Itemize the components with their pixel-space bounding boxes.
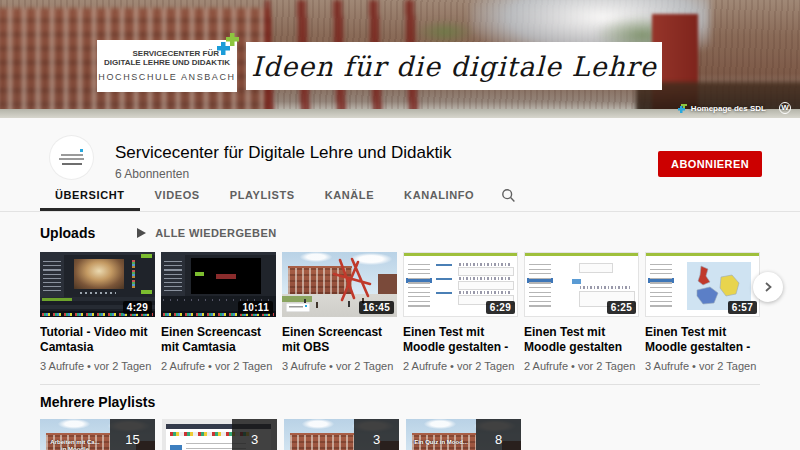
tab-kanalinfo[interactable]: KANALINFO — [389, 181, 489, 211]
subscribe-button[interactable]: ABONNIEREN — [658, 151, 762, 177]
duration-badge: 10:11 — [238, 301, 273, 314]
tab-videos[interactable]: VIDEOS — [140, 181, 215, 211]
playlist-item[interactable]: Arbeiten mit Ca... in Moodle 15 — [40, 419, 155, 450]
uploads-heading: Uploads — [40, 225, 95, 241]
playlist-thumb-text: Ein Quiz in Mood... — [408, 439, 474, 446]
video-thumbnail-camtasia-recorder[interactable]: 10:11 — [161, 252, 276, 317]
channel-search-button[interactable] — [489, 181, 528, 211]
wordpress-icon[interactable] — [779, 102, 791, 114]
video-thumbnail-moodle-form[interactable]: 6:29 — [403, 252, 518, 317]
logo-line1: SERVICECENTER FÜR — [97, 49, 237, 58]
video-meta: 2 Aufrufe • vor 2 Tagen — [161, 360, 276, 372]
video-thumbnail-moodle-map[interactable]: 6:57 — [645, 252, 760, 317]
plus-logo-icon — [217, 33, 239, 55]
duration-badge: 4:29 — [123, 301, 152, 314]
play-all-label: ALLE WIEDERGEBEN — [155, 227, 276, 239]
video-card: 6:29 Einen Test mit Moodle gestalten - B… — [403, 252, 518, 372]
channel-tabs: ÜBERSICHT VIDEOS PLAYLISTS KANÄLE KANALI… — [40, 181, 528, 211]
banner-slogan-box: Ideen für die digitale Lehre — [246, 42, 662, 90]
channel-title: Servicecenter für Digitale Lehre und Did… — [115, 143, 451, 163]
duration-badge: 6:29 — [486, 301, 515, 314]
playlist-count-overlay: 8 — [476, 419, 521, 450]
sdl-plus-icon — [678, 104, 687, 113]
video-title[interactable]: Einen Screencast mit OBS aufzeichnen — [282, 325, 397, 355]
playlist-count: 3 — [251, 432, 258, 447]
video-thumbnail-moodle-form[interactable]: 6:25 — [524, 252, 639, 317]
banner-art-foliage — [415, 20, 475, 44]
playlist-item[interactable]: Ein Quiz in Mood... 8 — [406, 419, 521, 450]
playlist-count: 15 — [125, 432, 139, 447]
thumbnail-logo-overlay — [286, 303, 310, 312]
duration-badge: 16:45 — [359, 301, 394, 314]
playlist-thumb-text-line: Arbeiten mit Ca... — [42, 439, 108, 446]
video-meta: 3 Aufrufe • vor 2 Tagen — [40, 360, 155, 372]
playlist-thumb-text: Arbeiten mit Ca... in Moodle — [42, 439, 108, 450]
playlist-thumb-text-line: in Moodle — [42, 446, 108, 450]
video-thumbnail-camtasia-editor[interactable]: 4:29 — [40, 252, 155, 317]
playlist-item[interactable]: 3 — [284, 419, 399, 450]
uploads-video-row: 4:29 Tutorial - Video mit Camtasia kompr… — [40, 252, 760, 372]
video-thumbnail-campus[interactable]: 16:45 — [282, 252, 397, 317]
playlist-item[interactable]: 3 — [162, 419, 277, 450]
playlists-row: Arbeiten mit Ca... in Moodle 15 3 3 Ein … — [40, 419, 760, 450]
channel-avatar[interactable] — [50, 136, 93, 179]
video-title[interactable]: Einen Screencast mit Camtasia aufzeichne… — [161, 325, 276, 355]
video-card: 4:29 Tutorial - Video mit Camtasia kompr… — [40, 252, 155, 372]
video-title[interactable]: Tutorial - Video mit Camtasia komprimier… — [40, 325, 155, 355]
servicecenter-logo: SERVICECENTER FÜR DIGITALE LEHRE UND DID… — [97, 40, 237, 92]
channel-banner: SERVICECENTER FÜR DIGITALE LEHRE UND DID… — [0, 0, 800, 118]
logo-line3: HOCHSCHULE ANSBACH — [97, 70, 237, 84]
tab-playlists[interactable]: PLAYLISTS — [215, 181, 310, 211]
playlist-count: 8 — [495, 432, 502, 447]
duration-badge: 6:57 — [728, 301, 757, 314]
video-meta: 3 Aufrufe • vor 2 Tagen — [282, 360, 397, 372]
video-card: 16:45 Einen Screencast mit OBS aufzeichn… — [282, 252, 397, 372]
plus-green-icon — [226, 33, 239, 46]
video-meta: 3 Aufrufe • vor 2 Tagen — [645, 360, 760, 372]
video-card: 6:57 Einen Test mit Moodle gestalten - D… — [645, 252, 760, 372]
playlist-count-overlay: 3 — [232, 419, 277, 450]
video-card: 6:25 Einen Test mit Moodle gestalten -..… — [524, 252, 639, 372]
channel-content: Uploads ALLE WIEDERGEBEN 4:29 Tutorial -… — [0, 212, 800, 450]
channel-header: Servicecenter für Digitale Lehre und Did… — [0, 118, 800, 212]
video-card: 10:11 Einen Screencast mit Camtasia aufz… — [161, 252, 276, 372]
logo-line2: DIGITALE LEHRE UND DIDAKTIK — [97, 58, 237, 68]
duration-badge: 6:25 — [607, 301, 636, 314]
subscriber-count: 6 Abonnenten — [115, 167, 189, 181]
search-icon — [501, 188, 516, 203]
video-title[interactable]: Einen Test mit Moodle gestalten - Drag a… — [645, 325, 760, 355]
video-title[interactable]: Einen Test mit Moodle gestalten - Berech… — [403, 325, 518, 355]
chevron-right-icon — [763, 281, 773, 293]
playlist-thumb-text-line: Ein Quiz in Mood... — [408, 439, 474, 446]
video-title[interactable]: Einen Test mit Moodle gestalten -... — [524, 325, 639, 355]
playlists-heading: Mehrere Playlists — [40, 394, 760, 410]
uploads-header: Uploads ALLE WIEDERGEBEN — [40, 212, 760, 241]
next-videos-button[interactable] — [753, 272, 783, 302]
playlist-count: 3 — [373, 432, 380, 447]
homepage-sdl-link[interactable]: Homepage des SDL — [678, 104, 766, 113]
tab-uebersicht[interactable]: ÜBERSICHT — [40, 181, 140, 211]
tab-kanaele[interactable]: KANÄLE — [310, 181, 389, 211]
play-icon — [137, 228, 146, 238]
homepage-link-label: Homepage des SDL — [691, 104, 766, 113]
banner-slogan: Ideen für die digitale Lehre — [251, 51, 656, 82]
section-divider — [40, 384, 760, 385]
video-meta: 2 Aufrufe • vor 2 Tagen — [403, 360, 518, 372]
play-all-button[interactable]: ALLE WIEDERGEBEN — [137, 227, 276, 239]
playlist-count-overlay: 15 — [110, 419, 155, 450]
video-meta: 2 Aufrufe • vor 2 Tagen — [524, 360, 639, 372]
playlist-count-overlay: 3 — [354, 419, 399, 450]
